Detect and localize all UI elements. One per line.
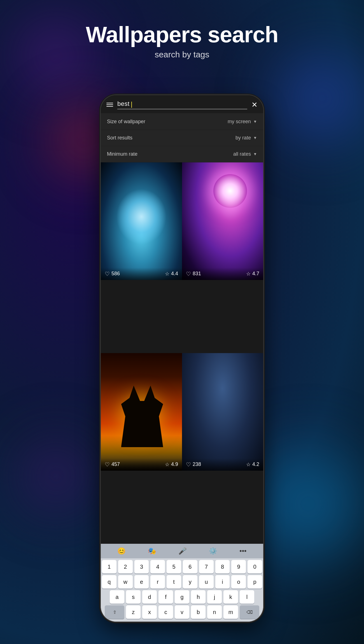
wallpaper-likes-4: ♡ 238 (186, 461, 201, 468)
key-6[interactable]: 6 (183, 560, 197, 573)
filter-sort-value-group: by rate ▼ (235, 135, 257, 141)
key-j[interactable]: j (207, 590, 222, 604)
wallpaper-item-3[interactable]: ♡ 457 ☆ 4.9 (101, 353, 182, 471)
settings-button[interactable]: ⚙️ (209, 547, 217, 555)
key-1[interactable]: 1 (102, 560, 116, 573)
key-l[interactable]: l (240, 590, 254, 604)
hamburger-menu-button[interactable] (106, 103, 113, 107)
wallpaper-item-1[interactable]: ♡ 586 ☆ 4.4 (101, 162, 182, 280)
wallpaper-rating-2: ☆ 4.7 (246, 271, 259, 277)
wallpaper-likes-1: ♡ 586 (105, 270, 120, 277)
wolf-silhouette (121, 386, 163, 447)
filter-min-rate[interactable]: Minimum rate all rates ▼ (101, 146, 263, 162)
filter-min-rate-label: Minimum rate (107, 151, 137, 157)
wallpaper-likes-3: ♡ 457 (105, 461, 120, 468)
key-2[interactable]: 2 (118, 560, 133, 573)
wallpaper-item-4[interactable]: ♡ 238 ☆ 4.2 (182, 353, 263, 471)
key-e[interactable]: e (134, 575, 149, 589)
hamburger-line-3 (106, 106, 113, 107)
key-8[interactable]: 8 (215, 560, 230, 573)
filter-sort-dropdown-icon: ▼ (253, 136, 257, 140)
wallpaper-rating-value-4: 4.2 (252, 461, 259, 467)
page-subtitle: search by tags (0, 50, 364, 59)
key-n[interactable]: n (207, 605, 222, 619)
heart-icon-4: ♡ (186, 461, 191, 468)
key-d[interactable]: d (142, 590, 157, 604)
backspace-key[interactable]: ⌫ (240, 605, 259, 619)
wallpaper-likes-count-2: 831 (193, 271, 201, 277)
keyboard-toolbar: 😊 🎭 🎤 ⚙️ ••• (101, 544, 263, 558)
key-z[interactable]: z (126, 605, 141, 619)
key-h[interactable]: h (191, 590, 206, 604)
key-q[interactable]: q (102, 575, 116, 589)
key-4[interactable]: 4 (150, 560, 165, 573)
key-x[interactable]: x (142, 605, 157, 619)
search-bar: best ✕ (101, 95, 263, 114)
heart-icon-2: ♡ (186, 270, 191, 277)
bg-decoration-5 (0, 420, 112, 532)
filter-size-value-group: my screen ▼ (228, 119, 257, 125)
wallpaper-rating-value-2: 4.7 (252, 271, 259, 277)
keyboard-row-zxcv: ⇧ z x c v b n m ⌫ (102, 605, 262, 619)
filter-min-rate-value: all rates (233, 151, 251, 157)
wallpaper-grid: ♡ 586 ☆ 4.4 ♡ 831 (101, 162, 263, 544)
key-k[interactable]: k (223, 590, 238, 604)
star-icon-1: ☆ (165, 271, 169, 277)
key-s[interactable]: s (126, 590, 141, 604)
emoji-button[interactable]: 😊 (117, 547, 126, 555)
key-t[interactable]: t (167, 575, 181, 589)
filter-sort[interactable]: Sort results by rate ▼ (101, 130, 263, 146)
key-m[interactable]: m (223, 605, 238, 619)
key-o[interactable]: o (231, 575, 246, 589)
key-i[interactable]: i (215, 575, 230, 589)
phone-screen: best ✕ Size of wallpaper my screen ▼ Sor… (101, 95, 263, 622)
wallpaper-item-2[interactable]: ♡ 831 ☆ 4.7 (182, 162, 263, 280)
search-cursor (131, 102, 132, 108)
wallpaper-stats-3: ♡ 457 ☆ 4.9 (101, 458, 182, 471)
search-input[interactable]: best (117, 100, 247, 109)
key-f[interactable]: f (158, 590, 173, 604)
filter-size[interactable]: Size of wallpaper my screen ▼ (101, 114, 263, 130)
key-p[interactable]: p (248, 575, 262, 589)
wallpaper-image-4 (182, 353, 263, 471)
wallpaper-stats-1: ♡ 586 ☆ 4.4 (101, 268, 182, 280)
key-y[interactable]: y (183, 575, 197, 589)
wallpaper-image-1 (101, 162, 182, 280)
key-3[interactable]: 3 (134, 560, 149, 573)
key-7[interactable]: 7 (199, 560, 214, 573)
heart-icon-3: ♡ (105, 461, 110, 468)
key-g[interactable]: g (175, 590, 189, 604)
wallpaper-image-3 (101, 353, 182, 471)
key-c[interactable]: c (158, 605, 173, 619)
clear-search-button[interactable]: ✕ (251, 101, 258, 108)
key-r[interactable]: r (150, 575, 165, 589)
key-a[interactable]: a (110, 590, 124, 604)
key-5[interactable]: 5 (167, 560, 181, 573)
key-9[interactable]: 9 (231, 560, 246, 573)
star-icon-3: ☆ (165, 461, 169, 468)
wallpaper-likes-2: ♡ 831 (186, 270, 201, 277)
voice-button[interactable]: 🎤 (178, 547, 187, 555)
phone-frame: best ✕ Size of wallpaper my screen ▼ Sor… (101, 95, 263, 622)
key-v[interactable]: v (175, 605, 189, 619)
more-button[interactable]: ••• (239, 547, 246, 555)
wallpaper-rating-value-3: 4.9 (171, 461, 178, 467)
keyboard-row-qwerty: q w e r t y u i o p (102, 575, 262, 589)
sticker-button[interactable]: 🎭 (148, 547, 156, 555)
wallpaper-stats-4: ♡ 238 ☆ 4.2 (182, 458, 263, 471)
filter-min-rate-value-group: all rates ▼ (233, 151, 257, 157)
wallpaper-likes-count-4: 238 (193, 461, 201, 467)
key-w[interactable]: w (118, 575, 133, 589)
wallpaper-likes-count-3: 457 (111, 461, 120, 467)
heart-icon-1: ♡ (105, 270, 110, 277)
key-u[interactable]: u (199, 575, 214, 589)
shift-key[interactable]: ⇧ (105, 605, 124, 619)
page-title: Wallpapers search (0, 22, 364, 47)
wallpaper-likes-count-1: 586 (111, 271, 120, 277)
key-0[interactable]: 0 (248, 560, 262, 573)
key-b[interactable]: b (191, 605, 206, 619)
hamburger-line-1 (106, 103, 113, 103)
filter-sort-label: Sort results (107, 135, 132, 141)
keyboard-row-asdf: a s d f g h j k l (102, 590, 262, 604)
wallpaper-rating-1: ☆ 4.4 (165, 271, 178, 277)
